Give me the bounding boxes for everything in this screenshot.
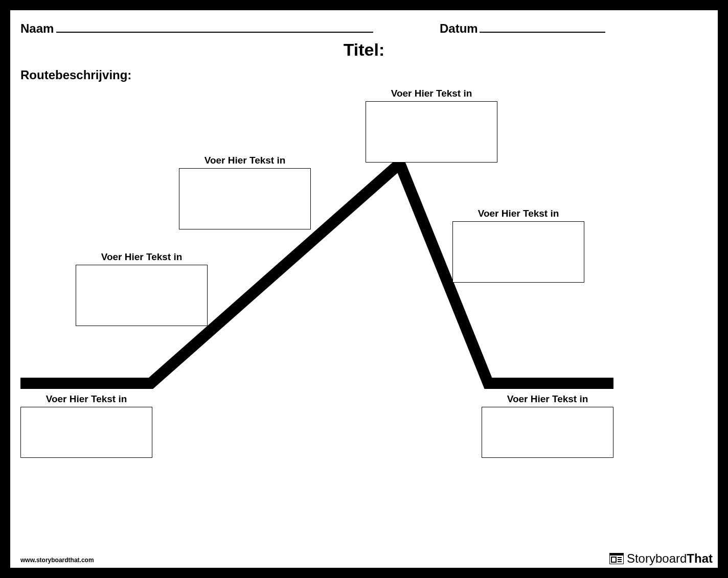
exposition-box-label: Voer Hier Tekst in <box>20 394 152 405</box>
resolution-box-label: Voer Hier Tekst in <box>482 394 613 405</box>
svg-rect-2 <box>611 557 616 562</box>
brand-text-bold: That <box>687 551 713 565</box>
rising2-box[interactable] <box>179 168 311 229</box>
rising1-box-label: Voer Hier Tekst in <box>76 251 208 263</box>
footer-url: www.storyboardthat.com <box>20 557 94 564</box>
svg-rect-1 <box>609 553 624 556</box>
storyboard-icon <box>609 553 624 564</box>
rising2-box-label: Voer Hier Tekst in <box>179 155 311 166</box>
falling-box-label: Voer Hier Tekst in <box>452 208 584 219</box>
rising1-box[interactable] <box>76 265 208 326</box>
climax-box-label: Voer Hier Tekst in <box>366 88 497 99</box>
resolution-box[interactable] <box>482 407 613 458</box>
brand-text-thin: Storyboard <box>627 551 687 565</box>
exposition-box[interactable] <box>20 407 152 458</box>
brand-logo: StoryboardThat <box>609 551 713 566</box>
falling-box[interactable] <box>452 221 584 283</box>
climax-box[interactable] <box>366 101 497 163</box>
worksheet-page: Naam Datum Titel: Routebeschrijving: Voe… <box>10 10 718 568</box>
